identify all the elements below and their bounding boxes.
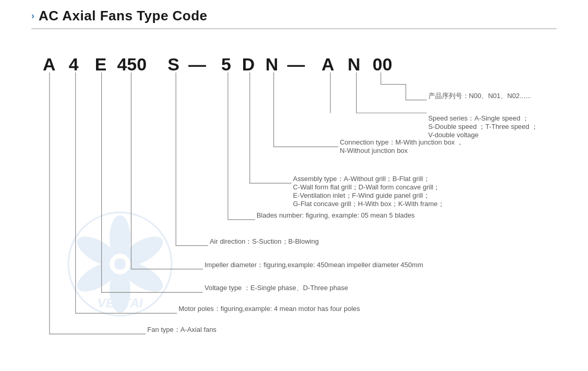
code-letter-4: 4 [69, 54, 79, 74]
annotation-speed-3: V-double voltage [428, 131, 479, 139]
code-letter-D: D [242, 54, 255, 74]
type-code-diagram: A 4 E 450 S — 5 D N — A N 00 [31, 40, 557, 353]
annotation-speed-1: Speed series：A-Single speed ； [428, 114, 529, 122]
code-letter-S: S [167, 54, 179, 74]
code-letter-A2: A [321, 54, 334, 74]
annotation-assembly-3: E-Ventilation inlet；F-Wind guide panel g… [293, 192, 430, 199]
annotation-assembly-1: Assembly type：A-Without grill；B-Flat gri… [293, 175, 430, 183]
diagram-area: VENTAI A 4 E 450 S — 5 D N — A [31, 40, 557, 353]
annotation-fan-type: Fan type：A-Axial fans [147, 326, 217, 333]
page-container: › AC Axial Fans Type Code VENTAI A 4 [0, 0, 588, 371]
header-section: › AC Axial Fans Type Code [31, 8, 557, 29]
code-letter-5: 5 [221, 54, 231, 74]
code-letter-E: E [95, 54, 107, 74]
code-letter-A: A [43, 54, 55, 74]
annotation-product-series-zh: 产品序列号：N00、N01、N02...... [428, 92, 531, 100]
code-dash-1: — [188, 54, 206, 74]
code-letter-450: 450 [117, 54, 147, 74]
annotation-voltage: Voltage type ：E-Single phase、D-Three pha… [205, 284, 348, 292]
page-title: AC Axial Fans Type Code [39, 8, 208, 24]
annotation-assembly-2: C-Wall form flat grill；D-Wall form conca… [293, 183, 440, 191]
chevron-icon: › [31, 10, 34, 21]
annotation-connection-2: N-Without junction box [340, 147, 408, 154]
annotation-assembly-4: G-Flat concave grill；H-With box；K-With f… [293, 200, 445, 208]
annotation-air-direction: Air direction：S-Suction；B-Blowing [210, 237, 319, 245]
code-letter-00: 00 [373, 54, 392, 74]
code-letter-N: N [266, 54, 278, 74]
annotation-impeller: Impeller diameter：figuring,example: 450m… [205, 261, 423, 269]
annotation-blades: Blades number: figuring, example: 05 mea… [257, 211, 415, 219]
annotation-speed-2: S-Double speed ；T-Three speed ； [428, 123, 538, 130]
annotation-motor-poles: Motor poles：figuring,example: 4 mean mot… [178, 305, 360, 313]
code-dash-2: — [287, 54, 305, 74]
annotation-connection-1: Connection type：M-With junction box ， [340, 138, 463, 146]
code-letter-N2: N [347, 54, 360, 74]
